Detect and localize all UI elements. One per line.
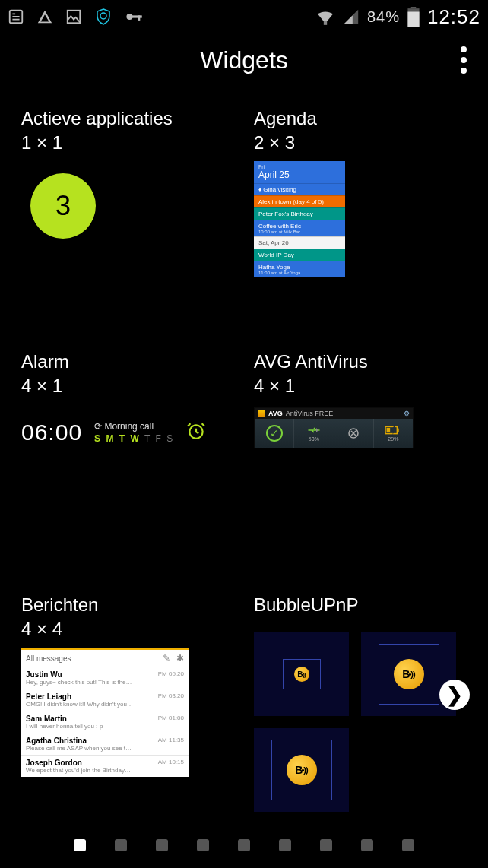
gear-icon: ⚙ — [404, 410, 410, 417]
alarm-time: 06:00 — [21, 420, 82, 445]
widget-berichten[interactable]: Berichten 4 × 4 All messages ✎ ✱ Justin … — [21, 594, 223, 812]
widget-name: Berichten — [21, 594, 223, 616]
agenda-dow: Fri — [258, 164, 341, 169]
message-row: Justin WuPM 05:20Hey, guys~ check this o… — [21, 667, 189, 689]
agenda-row: Peter Fox's Birthday — [254, 207, 345, 220]
shield-icon — [94, 8, 112, 26]
message-row: Sam MartinPM 01:00I will never honna tel… — [21, 711, 189, 733]
warning-icon — [36, 8, 53, 25]
overflow-menu-button[interactable] — [455, 40, 473, 80]
svg-rect-12 — [387, 428, 391, 432]
widget-size: 4 × 4 — [21, 619, 223, 640]
bubble-tile: B — [254, 728, 349, 812]
widget-avg-antivirus[interactable]: AVG AntiVirus 4 × 1 AVG AntiVirus FREE ⚙… — [254, 351, 467, 549]
page-dot[interactable] — [197, 839, 209, 851]
widget-name: Agenda — [254, 108, 467, 129]
page-dot[interactable] — [156, 839, 168, 851]
avg-status-ok: ✓ — [255, 419, 294, 448]
message-row: Agatha ChristinaAM 11:35Please call me A… — [21, 733, 189, 755]
page-dot[interactable] — [402, 839, 414, 851]
agenda-row: World IP Day — [254, 249, 345, 261]
avg-brand: AVG — [268, 410, 283, 417]
page-title: Widgets — [0, 46, 488, 74]
widget-name: Alarm — [21, 351, 223, 372]
notification-icon — [8, 8, 24, 25]
alarm-clock-icon — [186, 421, 206, 444]
clock: 12:52 — [427, 5, 480, 29]
avg-scan-pct: 50% — [309, 436, 319, 442]
image-icon — [65, 8, 82, 25]
svg-point-2 — [100, 13, 106, 19]
svg-rect-5 — [138, 15, 140, 21]
agenda-row: Alex in town (day 4 of 5) — [254, 195, 345, 207]
signal-icon — [343, 8, 360, 25]
battery-icon — [407, 7, 420, 27]
agenda-preview: Fri April 25 ♦ Gina visitingAlex in town… — [254, 161, 345, 277]
widget-name: BubbleUPnP — [254, 594, 467, 616]
widget-agenda[interactable]: Agenda 2 × 3 Fri April 25 ♦ Gina visitin… — [254, 108, 467, 306]
bubble-tile: B — [254, 632, 349, 716]
agenda-row: Sat, Apr 26 — [254, 236, 345, 249]
widget-bubbleupnp[interactable]: BubbleUPnP B B B — [254, 594, 467, 812]
message-row: Peter LeiaghPM 03:20OMG! I didn't know i… — [21, 689, 189, 711]
widget-size: 4 × 1 — [21, 375, 223, 397]
battery-percent: 84% — [367, 8, 400, 26]
bubbleupnp-preview: B B B — [254, 632, 467, 812]
wifi-icon — [315, 8, 335, 25]
svg-point-3 — [126, 14, 132, 20]
widget-name: Actieve applicaties — [21, 108, 223, 129]
next-page-button[interactable]: ❯ — [439, 680, 470, 710]
status-bar: 84% 12:52 — [0, 0, 488, 33]
avg-fix-button — [334, 419, 374, 448]
avg-preview: AVG AntiVirus FREE ⚙ ✓ 50% — [254, 407, 414, 448]
active-apps-count-badge: 3 — [30, 173, 96, 239]
widget-alarm[interactable]: Alarm 4 × 1 06:00 ⟳ Morning call S M T W… — [21, 351, 223, 549]
widgets-area: Actieve applicaties 1 × 1 3 Agenda 2 × 3… — [0, 87, 488, 801]
page-dot[interactable] — [74, 839, 86, 851]
page-dot[interactable] — [279, 839, 291, 851]
message-row: Joseph GordonAM 10:15We epect that you'd… — [21, 755, 189, 777]
avg-battery-button: 29% — [374, 419, 413, 448]
gear-icon: ✱ — [176, 653, 184, 664]
alarm-preview: 06:00 ⟳ Morning call S M T W T F S — [21, 420, 223, 445]
alarm-label: ⟳ Morning call — [94, 421, 174, 432]
svg-rect-7 — [407, 12, 419, 27]
page-indicator[interactable] — [0, 839, 488, 851]
agenda-row: Hatha Yoga11:00 am at Air Yoga — [254, 261, 345, 277]
svg-rect-4 — [132, 15, 142, 17]
widget-size: 4 × 1 — [254, 375, 467, 397]
chevron-right-icon: ❯ — [446, 683, 463, 707]
widget-size: 2 × 3 — [254, 132, 467, 154]
widget-name: AVG AntiVirus — [254, 351, 467, 372]
page-dot[interactable] — [361, 839, 373, 851]
agenda-date: April 25 — [258, 169, 341, 180]
agenda-row: Coffee with Eric10:00 am at Milk Bar — [254, 220, 345, 236]
avg-logo-icon — [258, 410, 265, 417]
widget-actieve-applicaties[interactable]: Actieve applicaties 1 × 1 3 — [21, 108, 223, 306]
widget-size: 1 × 1 — [21, 132, 223, 154]
widgets-header: Widgets — [0, 33, 488, 87]
agenda-row: ♦ Gina visiting — [254, 183, 345, 195]
svg-rect-8 — [411, 7, 417, 8]
avg-batt-pct: 29% — [388, 436, 398, 442]
page-dot[interactable] — [320, 839, 332, 851]
avg-product: AntiVirus FREE — [286, 410, 333, 417]
compose-icon: ✎ — [163, 653, 170, 664]
page-dot[interactable] — [238, 839, 250, 851]
check-icon: ✓ — [266, 425, 283, 442]
messages-header-label: All messages — [26, 654, 71, 663]
avg-scan-button: 50% — [294, 419, 334, 448]
svg-rect-13 — [398, 429, 399, 432]
repeat-icon: ⟳ — [94, 421, 104, 432]
page-dot[interactable] — [115, 839, 127, 851]
alarm-days: S M T W T F S — [94, 433, 174, 444]
key-icon — [125, 8, 144, 25]
messages-preview: All messages ✎ ✱ Justin WuPM 05:20Hey, g… — [21, 648, 189, 777]
